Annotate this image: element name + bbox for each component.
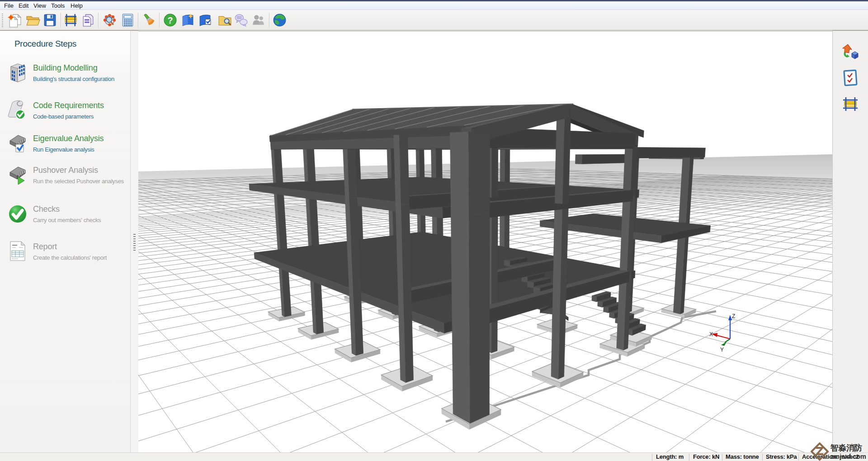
svg-text:Y: Y <box>720 347 724 353</box>
svg-text:zmjaxf.com: zmjaxf.com <box>830 453 866 460</box>
svg-text:Z: Z <box>732 313 735 319</box>
svg-text:智淼消防: 智淼消防 <box>830 443 863 452</box>
svg-text:?: ? <box>168 15 173 25</box>
svg-text:X: X <box>709 331 713 337</box>
